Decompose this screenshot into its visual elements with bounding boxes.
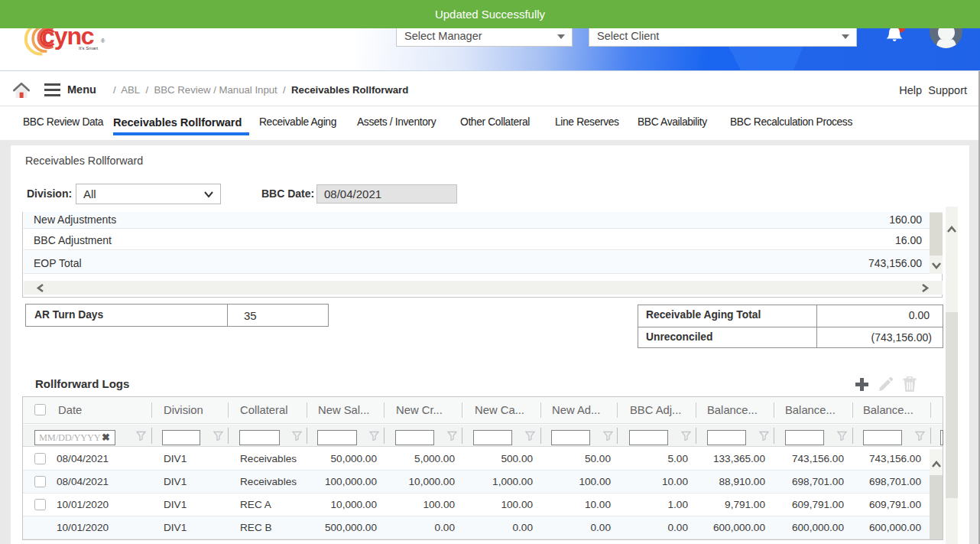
svg-text:It's Smart: It's Smart xyxy=(79,46,98,50)
svg-text:®: ® xyxy=(101,38,105,44)
